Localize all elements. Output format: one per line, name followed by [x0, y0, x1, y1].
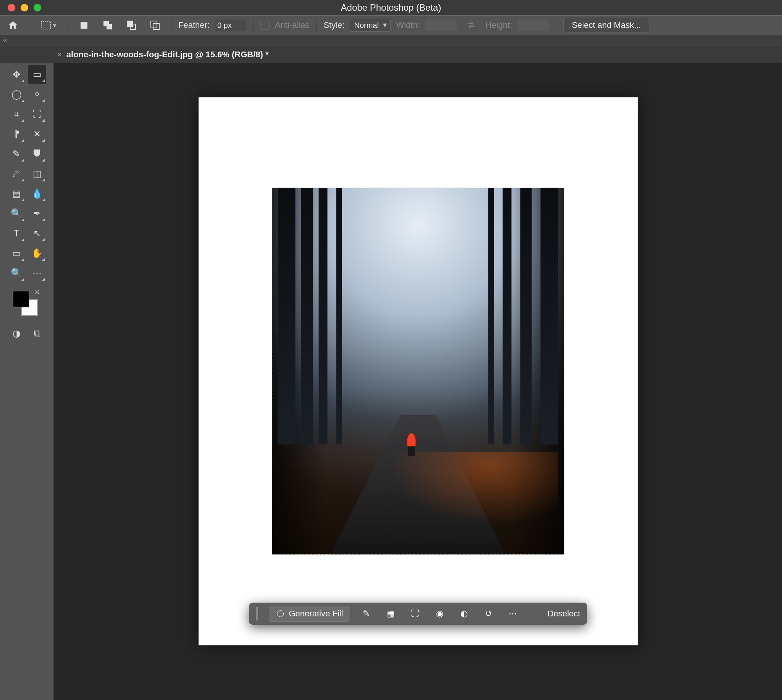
svg-rect-1: [81, 22, 87, 28]
history-brush-tool[interactable]: ☄: [7, 165, 26, 183]
collapse-icon: ‹‹: [3, 37, 7, 44]
transform-icon[interactable]: ⛶: [408, 607, 422, 620]
document-tab[interactable]: × alone-in-the-woods-fog-Edit.jpg @ 15.6…: [57, 50, 269, 60]
titlebar: Adobe Photoshop (Beta): [0, 0, 782, 15]
separator: [68, 19, 68, 32]
contextual-task-bar[interactable]: Generative Fill ✎▦⛶◉◐↺⋯ Deselect: [249, 603, 587, 625]
magic-wand-tool[interactable]: ✧: [28, 85, 46, 103]
select-subject-icon[interactable]: ✎: [359, 607, 373, 620]
blur-tool[interactable]: 💧: [28, 185, 46, 203]
generative-fill-button[interactable]: Generative Fill: [269, 606, 351, 622]
stamp-tool[interactable]: ⛊: [28, 145, 46, 163]
svg-rect-7: [153, 23, 159, 29]
minimize-window-icon[interactable]: [21, 4, 28, 12]
separator: [171, 19, 171, 32]
flip-icon[interactable]: ↺: [481, 607, 495, 620]
subtract-selection-icon[interactable]: [122, 18, 140, 33]
intersect-selection-icon[interactable]: [146, 18, 164, 33]
remove-bg-icon[interactable]: ▦: [384, 607, 398, 620]
marquee-tool[interactable]: ▭: [28, 65, 46, 83]
crop-tool[interactable]: ⌗: [7, 105, 26, 123]
feather-input[interactable]: [215, 20, 246, 31]
separator: [253, 19, 253, 32]
toolbox: ✥▭◯✧⌗⛶⁋✕✎⛊☄◫▤💧🔍✒T↖▭✋🔍⋯⤭◑⧉: [0, 63, 54, 700]
shape-tool[interactable]: ▭: [7, 244, 26, 262]
drag-handle-icon[interactable]: [256, 607, 258, 620]
quick-mask[interactable]: ◑: [7, 324, 26, 343]
document-canvas[interactable]: [198, 97, 638, 645]
color-swatches[interactable]: ⤭: [10, 288, 44, 318]
feather-label: Feather:: [178, 20, 210, 30]
type-tool[interactable]: T: [7, 224, 26, 242]
adjustment-icon[interactable]: ◐: [457, 607, 471, 620]
brush-tool[interactable]: ✎: [7, 145, 26, 163]
more-tools[interactable]: ⋯: [28, 264, 46, 282]
style-label: Style:: [323, 20, 344, 30]
path-select-tool[interactable]: ↖: [28, 224, 46, 242]
close-tab-icon[interactable]: ×: [57, 50, 62, 59]
select-and-mask-button[interactable]: Select and Mask...: [563, 18, 650, 32]
patch-tool[interactable]: ✕: [28, 125, 46, 143]
separator: [556, 19, 556, 32]
zoom-tool[interactable]: 🔍: [7, 264, 26, 282]
style-select[interactable]: Normal: [350, 19, 391, 32]
svg-rect-3: [106, 24, 112, 29]
antialias-checkbox: [260, 21, 270, 30]
foreground-color[interactable]: [13, 291, 29, 307]
eyedropper-tool[interactable]: ⁋: [7, 125, 26, 143]
fill-icon[interactable]: ◉: [433, 607, 446, 620]
svg-rect-0: [41, 22, 50, 29]
window-controls: [8, 4, 41, 12]
generative-fill-label: Generative Fill: [289, 609, 343, 619]
dodge-tool[interactable]: 🔍: [7, 204, 26, 223]
screen-mode[interactable]: ⧉: [28, 324, 46, 343]
more-icon[interactable]: ⋯: [506, 607, 520, 620]
hand-tool[interactable]: ✋: [28, 244, 46, 262]
height-label: Height:: [486, 20, 512, 30]
width-label: Width:: [396, 20, 419, 30]
maximize-window-icon[interactable]: [33, 4, 41, 12]
image-selection[interactable]: [272, 188, 564, 555]
swap-dims-icon: [462, 18, 480, 33]
height-input: [518, 20, 549, 31]
home-button[interactable]: [4, 18, 22, 33]
eraser-tool[interactable]: ◫: [28, 165, 46, 183]
gradient-tool[interactable]: ▤: [7, 185, 26, 203]
close-window-icon[interactable]: [8, 4, 15, 12]
pen-tool[interactable]: ✒: [28, 204, 46, 223]
swap-colors-icon[interactable]: ⤭: [34, 288, 40, 296]
add-selection-icon[interactable]: [98, 18, 117, 33]
width-input: [425, 20, 457, 31]
app-title: Adobe Photoshop (Beta): [341, 2, 441, 13]
person-figure: [406, 433, 417, 457]
document-tab-bar: × alone-in-the-woods-fog-Edit.jpg @ 15.6…: [0, 46, 782, 63]
svg-point-8: [277, 611, 283, 617]
separator: [316, 19, 316, 32]
new-selection-icon[interactable]: [75, 18, 93, 33]
separator: [29, 19, 29, 32]
lasso-tool[interactable]: ◯: [7, 85, 26, 103]
tool-preset-button[interactable]: ▾: [36, 18, 61, 33]
svg-rect-6: [151, 21, 157, 27]
move-tool[interactable]: ✥: [7, 65, 26, 83]
antialias-label: Anti-alias: [275, 20, 309, 30]
canvas-area[interactable]: Generative Fill ✎▦⛶◉◐↺⋯ Deselect: [54, 63, 782, 700]
frame-tool[interactable]: ⛶: [28, 105, 46, 123]
panel-collapse-strip[interactable]: ‹‹: [0, 35, 782, 46]
deselect-button[interactable]: Deselect: [547, 609, 581, 619]
document-tab-title: alone-in-the-woods-fog-Edit.jpg @ 15.6% …: [67, 50, 269, 60]
options-bar: ▾ Feather: Anti-alias Style: Normal Widt…: [0, 15, 782, 35]
